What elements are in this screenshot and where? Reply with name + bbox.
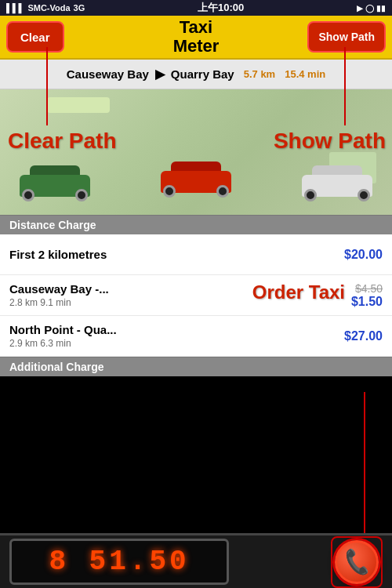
call-button[interactable]: 📞 xyxy=(335,540,379,584)
call-button-wrapper: 📞 xyxy=(331,536,383,588)
status-time: 上午10:00 xyxy=(198,1,244,15)
car-red xyxy=(157,156,235,199)
charge-row-causeway: Causeway Bay -... 2.8 km 9.1 min $4.50 $… xyxy=(0,275,392,316)
location-icon: ▶ xyxy=(357,4,363,13)
route-to: Quarry Bay xyxy=(171,67,234,81)
meter-value: 51.50 xyxy=(89,546,190,578)
additional-charge-header: Additional Charge xyxy=(0,357,392,376)
charge-label-first2km: First 2 kilometres xyxy=(9,248,107,261)
show-path-button[interactable]: Show Path xyxy=(307,21,386,53)
route-arrow: ▶ xyxy=(155,67,165,82)
charge-row-first2km: First 2 kilometres $20.00 xyxy=(0,234,392,275)
charge-row-northpoint: North Point - Qua... 2.9 km 6.3 min $27.… xyxy=(0,316,392,357)
route-duration: 15.4 min xyxy=(285,68,325,80)
annotation-area: Clear Path Show Path xyxy=(0,89,392,215)
car-white xyxy=(298,160,376,203)
clear-button[interactable]: Clear xyxy=(6,21,64,53)
bottom-bar: 8 51.50 📞 xyxy=(0,533,392,588)
show-path-annotation: Show Path xyxy=(274,129,386,154)
charge-amount-northpoint: $27.00 xyxy=(344,329,383,343)
app-header: Clear Taxi Meter Show Path xyxy=(0,16,392,60)
main-content: Distance Charge First 2 kilometres $20.0… xyxy=(0,215,392,376)
status-bar: ▌▌▌ SMC-Voda 3G 上午10:00 ▶ ◯ ▮▮ xyxy=(0,0,392,16)
alarm-icon: ◯ xyxy=(365,4,374,13)
phone-icon: 📞 xyxy=(341,546,372,577)
charge-amount-causeway: $4.50 $1.50 xyxy=(351,282,383,309)
app-title: Taxi Meter xyxy=(173,18,220,56)
meter-display: 8 51.50 xyxy=(9,539,229,585)
order-taxi-annotation: Order Taxi xyxy=(252,281,345,303)
charge-label-causeway: Causeway Bay -... 2.8 km 9.1 min xyxy=(9,282,109,308)
route-info: Causeway Bay ▶ Quarry Bay 5.7 km 15.4 mi… xyxy=(0,60,392,89)
clear-path-annotation: Clear Path xyxy=(8,129,117,154)
route-from: Causeway Bay xyxy=(67,67,149,81)
status-carrier: ▌▌▌ SMC-Voda 3G xyxy=(6,3,85,13)
distance-charge-header: Distance Charge xyxy=(0,215,392,234)
status-icons: ▶ ◯ ▮▮ xyxy=(357,4,386,13)
charge-amount-first2km: $20.00 xyxy=(344,248,383,262)
route-distance: 5.7 km xyxy=(244,68,275,80)
route-details: 5.7 km 15.4 min xyxy=(244,68,326,80)
meter-prefix: 8 xyxy=(49,546,69,578)
battery-icon: ▮▮ xyxy=(376,4,386,13)
car-green xyxy=(16,160,94,203)
charge-label-northpoint: North Point - Qua... 2.9 km 6.3 min xyxy=(9,323,117,349)
signal-bars: ▌▌▌ xyxy=(6,3,24,13)
